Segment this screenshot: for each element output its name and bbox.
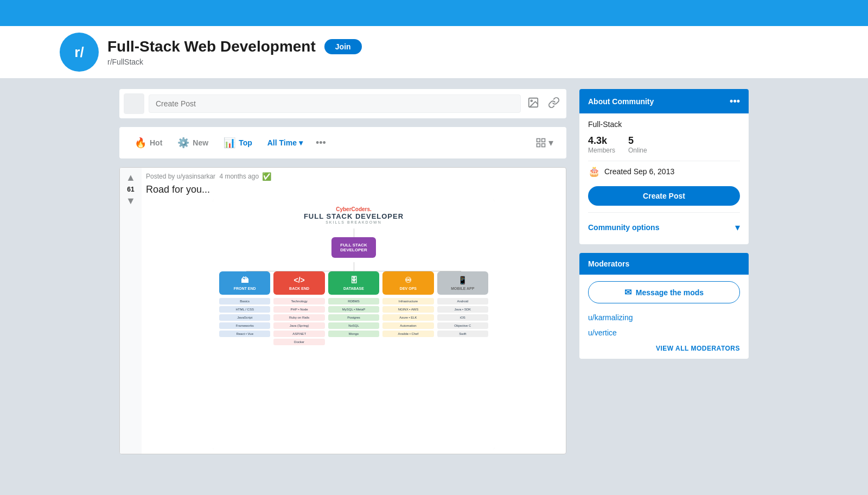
- main-layout: 🔥 Hot ⚙️ New 📊 Top All Time ▾ ••• ▾: [108, 78, 760, 465]
- about-community-card: About Community ••• Full-Stack 4.3k Memb…: [579, 89, 749, 244]
- upvote-button[interactable]: ▲: [126, 172, 136, 183]
- fsd-skills-row: Basics HTML / CSS JavaScript Frameworks …: [219, 298, 488, 345]
- role-mobile: 📱 MOBILE APP: [437, 271, 488, 295]
- vote-column: ▲ 61 ▼: [120, 168, 142, 454]
- new-icon: ⚙️: [177, 137, 189, 149]
- fsd-top-box: FULL STACK DEVELOPER: [331, 237, 375, 258]
- fsd-diagram: CyberCoders. FULL STACK DEVELOPER SKILLS…: [213, 200, 495, 449]
- fsd-subtitle: SKILLS BREAKDOWN: [304, 220, 404, 224]
- community-options-chevron: ▾: [735, 221, 740, 233]
- create-post-avatar: [124, 93, 144, 114]
- stats-divider: [588, 161, 740, 161]
- moderators-header: Moderators: [579, 253, 749, 275]
- online-count: 5: [628, 135, 647, 147]
- options-divider: [588, 212, 740, 213]
- post-time-ago: 4 months ago: [219, 173, 259, 180]
- create-post-icons: [525, 94, 562, 113]
- post-image[interactable]: CyberCoders. FULL STACK DEVELOPER SKILLS…: [213, 200, 495, 449]
- sort-new-label: New: [193, 138, 208, 147]
- post-title[interactable]: Road for you...: [146, 184, 561, 195]
- message-mods-button[interactable]: ✉ Message the mods: [588, 281, 740, 303]
- subreddit-slug: r/FullStack: [107, 58, 362, 66]
- subreddit-avatar: r/: [60, 33, 99, 72]
- fsd-header: CyberCoders. FULL STACK DEVELOPER SKILLS…: [304, 206, 404, 224]
- role-frontend: 🏔 FRONT END: [219, 271, 270, 295]
- chevron-down-icon-layout: ▾: [548, 137, 553, 149]
- sort-top[interactable]: 📊 Top: [217, 132, 259, 153]
- post-card: ▲ 61 ▼ Posted by u/yasinsarkar 4 months …: [119, 167, 566, 454]
- skill-col-frontend: Basics HTML / CSS JavaScript Frameworks …: [219, 298, 270, 345]
- verified-icon: ✅: [262, 172, 271, 181]
- sort-bar: 🔥 Hot ⚙️ New 📊 Top All Time ▾ ••• ▾: [119, 127, 566, 158]
- downvote-button[interactable]: ▼: [126, 195, 136, 207]
- moderators-body: ✉ Message the mods u/karmalizing u/verti…: [579, 275, 749, 359]
- created-row: 🎂 Created Sep 6, 2013: [588, 166, 740, 177]
- about-community-header: About Community •••: [579, 89, 749, 113]
- sidebar-create-post-button[interactable]: Create Post: [588, 186, 740, 206]
- online-label: Online: [628, 147, 647, 154]
- all-time-button[interactable]: All Time ▾: [261, 134, 309, 151]
- sort-more-button[interactable]: •••: [311, 133, 330, 153]
- stats-row: 4.3k Members 5 Online: [588, 135, 740, 154]
- image-upload-button[interactable]: [525, 94, 541, 113]
- all-time-label: All Time: [267, 138, 297, 147]
- online-stat: 5 Online: [628, 135, 647, 154]
- sort-hot-label: Hot: [150, 138, 162, 147]
- community-description: Full-Stack: [588, 120, 740, 129]
- role-devops: ♾ DEV OPS: [382, 271, 433, 295]
- fsd-roles-row: 🏔 FRONT END </> BACK END 🗄 DATABASE: [219, 271, 488, 295]
- created-date: Created Sep 6, 2013: [604, 167, 674, 176]
- sort-top-label: Top: [239, 138, 252, 147]
- community-options-label: Community options: [588, 223, 659, 232]
- sidebar-column: About Community ••• Full-Stack 4.3k Memb…: [579, 89, 749, 454]
- view-all-moderators-link[interactable]: VIEW ALL MODERATORS: [588, 340, 740, 352]
- reddit-logo: r/: [74, 44, 84, 61]
- skill-col-backend: Technology PHP • Node Ruby on Rails Java…: [273, 298, 324, 345]
- top-icon: 📊: [224, 137, 235, 149]
- fsd-logo: CyberCoders.: [304, 206, 404, 212]
- mod-link-0[interactable]: u/karmalizing: [588, 310, 740, 325]
- svg-rect-5: [542, 144, 545, 147]
- message-mods-label: Message the mods: [636, 288, 704, 297]
- svg-rect-4: [537, 144, 540, 147]
- svg-rect-3: [542, 139, 545, 142]
- svg-point-1: [531, 100, 532, 101]
- about-community-title: About Community: [588, 97, 654, 106]
- layout-toggle[interactable]: ▾: [531, 135, 558, 151]
- members-count: 4.3k: [588, 135, 615, 147]
- skill-col-database: RDBMS MySQL • MetaP Postgres NoSQL Mongo: [328, 298, 379, 345]
- cake-icon: 🎂: [588, 166, 600, 177]
- community-options-row[interactable]: Community options ▾: [588, 217, 740, 238]
- role-database: 🗄 DATABASE: [328, 271, 379, 295]
- hot-icon: 🔥: [135, 137, 146, 149]
- sort-hot[interactable]: 🔥 Hot: [128, 132, 169, 153]
- about-community-body: Full-Stack 4.3k Members 5 Online 🎂 Creat…: [579, 113, 749, 244]
- create-post-box: [119, 89, 566, 118]
- post-meta: Posted by u/yasinsarkar 4 months ago ✅: [146, 172, 561, 181]
- create-post-input[interactable]: [149, 94, 521, 113]
- skill-col-devops: Infrastructure NGINX • AWS Azure • ELK A…: [382, 298, 433, 345]
- mod-link-1[interactable]: u/vertice: [588, 325, 740, 340]
- top-banner: [0, 0, 868, 26]
- posted-by-text: Posted by u/yasinsarkar: [146, 173, 215, 180]
- about-more-button[interactable]: •••: [730, 96, 740, 107]
- connector-mid: [354, 262, 354, 271]
- link-button[interactable]: [546, 94, 562, 113]
- members-stat: 4.3k Members: [588, 135, 615, 154]
- svg-rect-2: [537, 139, 540, 142]
- subreddit-header: r/ Full-Stack Web Development Join r/Ful…: [0, 26, 868, 78]
- post-content: Posted by u/yasinsarkar 4 months ago ✅ R…: [142, 168, 566, 454]
- connector-top: [354, 229, 354, 237]
- envelope-icon: ✉: [624, 287, 631, 297]
- vote-count: 61: [127, 186, 134, 193]
- join-button[interactable]: Join: [324, 39, 362, 54]
- subreddit-title-row: Full-Stack Web Development Join: [107, 38, 362, 55]
- fsd-title: FULL STACK DEVELOPER: [304, 212, 404, 220]
- moderators-title: Moderators: [588, 259, 629, 268]
- subreddit-display-name: Full-Stack Web Development: [107, 38, 316, 55]
- role-backend: </> BACK END: [273, 271, 324, 295]
- subreddit-info: Full-Stack Web Development Join r/FullSt…: [107, 38, 362, 66]
- post-author: Posted by u/yasinsarkar 4 months ago: [146, 173, 259, 180]
- sort-new[interactable]: ⚙️ New: [171, 132, 215, 153]
- moderators-card: Moderators ✉ Message the mods u/karmaliz…: [579, 253, 749, 359]
